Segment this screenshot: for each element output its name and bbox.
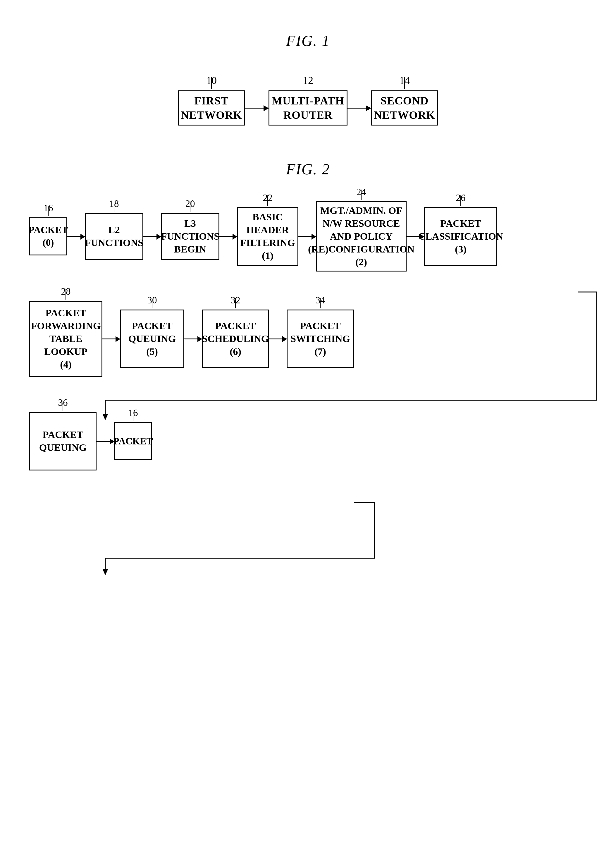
router-line2: ROUTER	[284, 108, 333, 122]
box-packet-queuing-5: PACKET QUEUING (5)	[120, 309, 184, 368]
l3-line3: BEGIN	[174, 243, 206, 256]
arrow-36-16b	[97, 441, 114, 442]
node-second-network: SECOND NETWORK	[371, 91, 438, 125]
box-mgt-admin: MGT./ADMIN. OF N/W RESOURCE AND POLICY (…	[316, 201, 407, 272]
pc-line2: CLASSIFICATION	[418, 230, 503, 243]
pq5-line1: PACKET	[132, 320, 172, 333]
l3-line2: FUNCTIONS	[161, 230, 219, 243]
ps-line2: SCHEDULING	[202, 333, 269, 345]
bhf-line2: HEADER	[246, 223, 289, 236]
fig2-container: 16 PACKET (0) 18 L2 FUNCTIONS	[23, 201, 593, 470]
arrow-30-32	[184, 339, 202, 339]
arrow-10-12	[245, 108, 268, 109]
pf-line3: TABLE	[50, 333, 83, 345]
box-packet-scheduling: PACKET SCHEDULING (6)	[202, 309, 269, 368]
pc-line1: PACKET	[440, 217, 481, 230]
pc-line3: (3)	[455, 243, 466, 256]
arrow-34-36-head	[102, 569, 108, 575]
l2-line2: FUNCTIONS	[85, 236, 143, 249]
box-packet-switching: PACKET SWITCHING (7)	[287, 309, 354, 368]
ps-line3: (6)	[229, 345, 241, 358]
node-first-network: FIRST NETWORK	[178, 91, 245, 125]
fig2-row3: 36 PACKET QUEUING 16 PACKET	[23, 412, 593, 470]
fig2-title: FIG. 2	[23, 161, 593, 178]
bhf-line4: (1)	[262, 249, 273, 262]
ps-line1: PACKET	[215, 320, 256, 333]
bhf-line1: BASIC	[253, 211, 283, 223]
second-network-line1: SECOND	[381, 94, 429, 108]
l3-line1: L3	[184, 217, 196, 230]
psw-line3: (7)	[314, 345, 326, 358]
router-line1: MULTI-PATH	[272, 94, 344, 108]
packet0-line2: (0)	[43, 236, 54, 249]
packet0-line1: PACKET	[28, 224, 68, 236]
pq5-line2: QUEUING	[128, 333, 176, 345]
bhf-line3: FILTERING	[240, 236, 295, 249]
node-multipath-router: MULTI-PATH ROUTER	[268, 91, 348, 125]
mgt-line4: (RE)CONFIGURATION	[308, 243, 415, 256]
fig1-diagram: 10 FIRST NETWORK 12 MULTI-PATH ROUTER	[23, 73, 593, 125]
second-network-line2: NETWORK	[374, 108, 435, 122]
mgt-line3: AND POLICY	[330, 230, 393, 243]
arrow-20-22	[219, 236, 237, 237]
psw-line1: PACKET	[300, 320, 340, 333]
fig1-title: FIG. 1	[23, 32, 593, 50]
routing-path-34-36	[105, 503, 374, 570]
pf-line2: FORWARDING	[31, 320, 101, 333]
box-packet-forwarding: PACKET FORWARDING TABLE LOOKUP (4)	[29, 301, 102, 377]
arrow-16-18	[67, 236, 85, 237]
arrow-18-20	[143, 236, 161, 237]
box-packet-classification: PACKET CLASSIFICATION (3)	[424, 207, 497, 266]
box-basic-header-filtering: BASIC HEADER FILTERING (1)	[237, 207, 298, 266]
mgt-line1: MGT./ADMIN. OF	[320, 204, 402, 217]
box-packet-queuing-36: PACKET QUEUING	[29, 412, 97, 470]
pq5-line3: (5)	[146, 345, 158, 358]
fig2-row1: 16 PACKET (0) 18 L2 FUNCTIONS	[23, 201, 593, 272]
arrow-32-34	[269, 339, 287, 339]
fig1-section: FIG. 1 10 FIRST NETWORK 12	[23, 32, 593, 125]
mgt-line5: (2)	[356, 256, 367, 269]
pf-line5: (4)	[60, 358, 72, 371]
pq36-line2: QUEUING	[39, 441, 87, 454]
box-l3-functions: L3 FUNCTIONS BEGIN	[161, 213, 219, 260]
l2-line1: L2	[108, 223, 120, 236]
pf-line1: PACKET	[45, 307, 86, 320]
fig2-section: FIG. 2 16 PACKET (0) 18	[23, 161, 593, 470]
box-packet-output: PACKET	[114, 422, 152, 460]
arrow-12-14	[348, 108, 371, 109]
arrow-28-30	[102, 339, 120, 339]
box-l2-functions: L2 FUNCTIONS	[85, 213, 143, 260]
pf-line4: LOOKUP	[44, 345, 87, 358]
pq36-line1: PACKET	[42, 428, 83, 441]
pout-line1: PACKET	[113, 435, 153, 448]
psw-line2: SWITCHING	[290, 333, 350, 345]
fig2-row2: 28 PACKET FORWARDING TABLE LOOKUP (4) 30	[23, 301, 593, 377]
arrow-22-24	[298, 236, 316, 237]
mgt-line2: N/W RESOURCE	[323, 217, 400, 230]
first-network-line2: NETWORK	[181, 108, 242, 122]
page: FIG. 1 10 FIRST NETWORK 12	[0, 0, 616, 859]
box-packet-0: PACKET (0)	[29, 217, 67, 255]
first-network-line1: FIRST	[195, 94, 229, 108]
